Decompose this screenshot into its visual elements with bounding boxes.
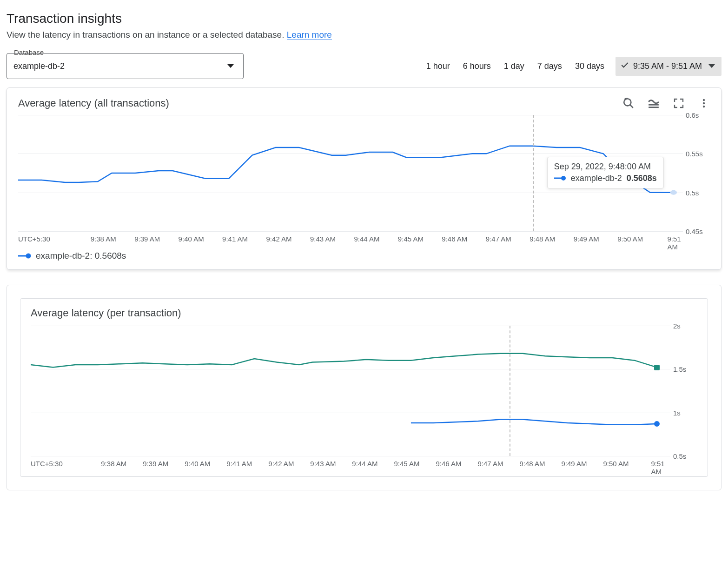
svg-point-9 — [561, 176, 566, 181]
y-tick: 0.5s — [686, 188, 710, 196]
y-tick: 0.45s — [686, 227, 710, 235]
x-tick: 9:48 AM — [529, 235, 555, 243]
range-custom-label: 9:35 AM - 9:51 AM — [633, 61, 702, 71]
series-end-marker — [654, 365, 660, 370]
x-tick: 9:42 AM — [266, 235, 292, 243]
chart-title: Average latency (all transactions) — [18, 97, 169, 109]
x-tick: 9:51 AM — [651, 460, 664, 475]
legend-toggle-icon[interactable] — [648, 97, 660, 109]
x-tick: 9:48 AM — [519, 460, 545, 468]
caret-down-icon — [708, 64, 715, 68]
tooltip-series-mark-icon — [554, 174, 566, 183]
tooltip-series-value: 0.5608s — [627, 174, 657, 183]
x-tick: 9:45 AM — [394, 460, 419, 468]
x-tick: 9:40 AM — [179, 235, 204, 243]
hover-crosshair — [510, 326, 510, 456]
page-title: Transaction insights — [7, 11, 721, 26]
range-6-hours[interactable]: 6 hours — [457, 57, 497, 76]
range-custom[interactable]: 9:35 AM - 9:51 AM — [615, 57, 721, 76]
y-tick: 1.5s — [673, 365, 697, 373]
x-tick: 9:44 AM — [352, 460, 377, 468]
hover-crosshair — [533, 115, 534, 231]
x-tick: 9:41 AM — [226, 460, 252, 468]
y-tick: 0.55s — [686, 150, 710, 158]
x-tick: 9:47 AM — [486, 235, 511, 243]
fullscreen-icon[interactable] — [673, 97, 685, 109]
x-tick: 9:39 AM — [143, 460, 168, 468]
series-end-marker — [654, 421, 660, 427]
x-tick: 9:47 AM — [477, 460, 503, 468]
x-tick: 9:40 AM — [185, 460, 210, 468]
more-icon[interactable] — [698, 97, 710, 109]
x-tick: 9:50 AM — [617, 235, 643, 243]
x-tick: 9:50 AM — [603, 460, 629, 468]
x-tick: 9:38 AM — [91, 235, 116, 243]
x-tick: 9:44 AM — [354, 235, 379, 243]
y-tick: 0.5s — [673, 452, 697, 460]
range-7-days[interactable]: 7 days — [531, 57, 569, 76]
x-tick: 9:51 AM — [668, 235, 681, 251]
chart-tooltip: Sep 29, 2022, 9:48:00 AM example-db-2 0.… — [547, 157, 664, 188]
svg-point-6 — [703, 106, 705, 107]
zoom-reset-icon[interactable] — [622, 97, 635, 109]
x-tick: 9:49 AM — [574, 235, 599, 243]
svg-point-11 — [26, 254, 31, 259]
range-1-hour[interactable]: 1 hour — [420, 57, 457, 76]
x-tick: 9:43 AM — [310, 460, 336, 468]
learn-more-link[interactable]: Learn more — [287, 30, 332, 40]
chart-card-per-transaction: Average latency (per transaction) UTC+5:… — [7, 285, 721, 490]
x-tick: 9:46 AM — [436, 460, 461, 468]
range-30-days[interactable]: 30 days — [569, 57, 611, 76]
chart-title: Average latency (per transaction) — [31, 307, 697, 319]
subtitle-text: View the latency in transactions on an i… — [7, 30, 287, 40]
time-range-row: 1 hour 6 hours 1 day 7 days 30 days 9:35… — [420, 57, 721, 76]
svg-point-4 — [703, 99, 705, 101]
y-tick: 1s — [673, 408, 697, 416]
svg-point-7 — [670, 190, 677, 195]
svg-point-5 — [703, 102, 705, 104]
x-tick: 9:41 AM — [222, 235, 248, 243]
timezone-label: UTC+5:30 — [31, 460, 72, 470]
caret-down-icon — [227, 64, 234, 68]
svg-line-1 — [630, 105, 633, 108]
tooltip-series-name: example-db-2 — [571, 174, 622, 183]
timezone-label: UTC+5:30 — [18, 235, 60, 245]
x-tick: 9:42 AM — [268, 460, 294, 468]
controls-row: Database example-db-2 1 hour 6 hours 1 d… — [7, 53, 721, 79]
x-tick: 9:43 AM — [310, 235, 336, 243]
x-tick: 9:46 AM — [442, 235, 467, 243]
range-1-day[interactable]: 1 day — [497, 57, 531, 76]
chart-legend[interactable]: example-db-2: 0.5608s — [18, 251, 710, 261]
y-tick: 0.6s — [686, 111, 710, 119]
database-select[interactable]: Database example-db-2 — [7, 53, 244, 79]
chart-card-all-transactions: Average latency (all transactions) UTC+5… — [7, 87, 721, 270]
page-subtitle: View the latency in transactions on an i… — [7, 30, 721, 40]
x-tick: 9:45 AM — [398, 235, 424, 243]
x-tick: 9:38 AM — [101, 460, 126, 468]
tooltip-time: Sep 29, 2022, 9:48:00 AM — [554, 162, 657, 172]
y-tick: 2s — [673, 322, 697, 330]
chart-plot-area[interactable]: UTC+5:30 9:38 AM9:39 AM9:40 AM9:41 AM9:4… — [31, 326, 697, 470]
database-select-value: example-db-2 — [13, 61, 227, 71]
legend-label: example-db-2: 0.5608s — [36, 251, 126, 261]
legend-mark-icon — [18, 253, 31, 259]
chart-plot-area[interactable]: UTC+5:30 9:38 AM9:39 AM9:40 AM9:41 AM9:4… — [18, 115, 710, 245]
x-tick: 9:39 AM — [134, 235, 160, 243]
svg-point-0 — [624, 99, 631, 106]
chart-actions — [622, 97, 710, 109]
check-icon — [620, 60, 629, 72]
x-tick: 9:49 AM — [561, 460, 587, 468]
